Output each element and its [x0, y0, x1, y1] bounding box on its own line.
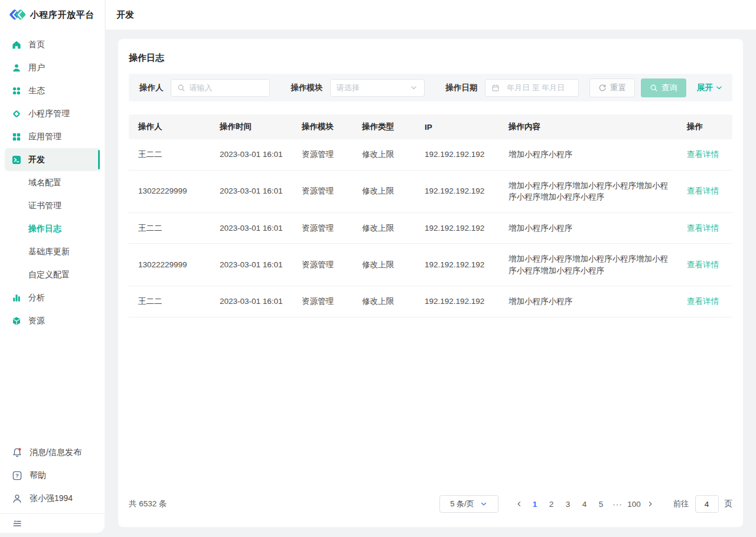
- sidebar-item-help[interactable]: ? 帮助: [0, 464, 105, 487]
- page-title: 开发: [116, 9, 134, 21]
- goto-page-input[interactable]: [695, 495, 719, 513]
- brand-logo-icon: [9, 7, 27, 22]
- filter-bar: 操作人 操作模块 请选择 操作日期: [129, 74, 732, 101]
- query-button[interactable]: 查询: [641, 78, 686, 97]
- table-row: 王二二 2023-03-01 16:01 资源管理 修改上限 192.192.1…: [129, 286, 732, 317]
- view-detail-link[interactable]: 查看详情: [687, 296, 719, 307]
- table-row: 13022229999 2023-03-01 16:01 资源管理 修改上限 1…: [129, 244, 732, 286]
- refresh-icon: [598, 84, 607, 92]
- chevron-left-icon: [516, 500, 523, 507]
- goto-label: 前往: [673, 499, 689, 509]
- brand: 小程序开放平台: [0, 0, 105, 30]
- operator-input-box[interactable]: [171, 79, 270, 97]
- operator-input[interactable]: [190, 83, 263, 92]
- sidebar-item-resource[interactable]: 资源: [0, 309, 105, 332]
- chevron-down-icon: [480, 500, 487, 507]
- sidebar-item-users[interactable]: 用户: [0, 56, 105, 79]
- collapse-menu-icon[interactable]: [12, 518, 22, 529]
- more-pages-button[interactable]: ···: [610, 500, 626, 509]
- sidebar-subitem-custom-config[interactable]: 自定义配置: [0, 263, 105, 286]
- sidebar-item-miniapp-management[interactable]: 小程序管理: [0, 102, 105, 125]
- date-range-input[interactable]: 年月日 至 年月日: [485, 79, 579, 97]
- panel-title: 操作日志: [118, 39, 743, 74]
- filter-actions: 重置 查询 展开: [589, 78, 723, 97]
- bell-icon: [12, 447, 22, 458]
- sidebar-subitem-base-lib-update[interactable]: 基础库更新: [0, 240, 105, 263]
- user-icon: [12, 63, 21, 73]
- diamond-icon: [12, 109, 21, 119]
- pagination: 共 6532 条 5 条/页 1 2 3 4 5 ···: [118, 495, 743, 527]
- filter-module: 操作模块 请选择: [291, 79, 425, 97]
- page-number-1[interactable]: 1: [527, 500, 543, 509]
- page-number-3[interactable]: 3: [560, 500, 576, 509]
- sidebar-nav: 首页 用户 生态 小程序管理: [0, 30, 105, 332]
- sidebar-item-analysis[interactable]: 分析: [0, 286, 105, 309]
- eco-icon: [12, 86, 21, 96]
- expand-toggle[interactable]: 展开: [697, 83, 723, 93]
- reset-button[interactable]: 重置: [589, 78, 635, 97]
- search-icon: [650, 84, 658, 92]
- sidebar-footer: 消息/信息发布 ? 帮助 张小强1994: [0, 441, 105, 533]
- chevron-down-icon: [715, 84, 723, 91]
- page-size-select[interactable]: 5 条/页: [439, 495, 498, 513]
- profile-icon: [12, 493, 22, 504]
- page-number-4[interactable]: 4: [576, 500, 593, 509]
- question-icon: ?: [12, 470, 22, 481]
- view-detail-link[interactable]: 查看详情: [687, 149, 719, 161]
- main-panel: 操作日志 操作人 操作模块 请选择: [118, 39, 743, 527]
- page-number-5[interactable]: 5: [593, 500, 610, 509]
- svg-text:?: ?: [15, 472, 19, 479]
- view-detail-link[interactable]: 查看详情: [687, 259, 719, 271]
- cube-icon: [12, 316, 21, 326]
- sidebar-item-profile[interactable]: 张小强1994: [0, 487, 105, 510]
- sidebar-item-app-management[interactable]: 应用管理: [0, 125, 105, 148]
- filter-operator: 操作人: [139, 79, 270, 97]
- sidebar-subitem-cert-management[interactable]: 证书管理: [0, 194, 105, 217]
- module-label: 操作模块: [291, 83, 323, 93]
- table-header-row: 操作人 操作时间 操作模块 操作类型 IP 操作内容 操作: [129, 114, 732, 139]
- sidebar-item-home[interactable]: 首页: [0, 33, 105, 56]
- operator-label: 操作人: [139, 83, 164, 93]
- sidebar-item-messages[interactable]: 消息/信息发布: [0, 441, 105, 464]
- bar-chart-icon: [12, 293, 21, 303]
- table-body: 王二二 2023-03-01 16:01 资源管理 修改上限 192.192.1…: [129, 139, 732, 317]
- page-number-2[interactable]: 2: [543, 500, 560, 509]
- view-detail-link[interactable]: 查看详情: [687, 222, 719, 234]
- table-row: 王二二 2023-03-01 16:01 资源管理 修改上限 192.192.1…: [129, 139, 732, 171]
- page-number-100[interactable]: 100: [626, 500, 643, 509]
- module-select[interactable]: 请选择: [330, 79, 425, 97]
- date-label: 操作日期: [446, 83, 478, 93]
- chevron-right-icon: [647, 500, 654, 507]
- sidebar-item-eco[interactable]: 生态: [0, 79, 105, 102]
- sidebar-subitem-operation-log[interactable]: 操作日志: [0, 217, 105, 240]
- sidebar: 小程序开放平台 首页 用户 生态: [0, 0, 105, 533]
- prev-page-button[interactable]: [511, 500, 527, 507]
- sidebar-subitem-domain-config[interactable]: 域名配置: [0, 171, 105, 194]
- pager: 5 条/页 1 2 3 4 5 ··· 100: [439, 495, 733, 513]
- next-page-button[interactable]: [643, 500, 658, 507]
- terminal-icon: [12, 155, 21, 165]
- brand-title: 小程序开放平台: [30, 9, 94, 21]
- sidebar-collapse-row: [0, 513, 105, 533]
- log-table: 操作人 操作时间 操作模块 操作类型 IP 操作内容 操作 王二二 2023-0…: [129, 114, 732, 317]
- grid-icon: [12, 132, 21, 142]
- calendar-icon: [491, 84, 500, 92]
- view-detail-link[interactable]: 查看详情: [687, 185, 719, 197]
- goto-suffix: 页: [725, 499, 733, 509]
- topbar: 开发: [106, 0, 756, 30]
- total-count: 共 6532 条: [129, 499, 167, 509]
- search-icon: [177, 84, 185, 92]
- filter-date: 操作日期 年月日 至 年月日: [446, 79, 579, 97]
- home-icon: [12, 40, 21, 50]
- sidebar-item-dev[interactable]: 开发: [5, 148, 100, 171]
- table-row: 13022229999 2023-03-01 16:01 资源管理 修改上限 1…: [129, 171, 732, 213]
- table-row: 王二二 2023-03-01 16:01 资源管理 修改上限 192.192.1…: [129, 213, 732, 244]
- chevron-down-icon: [410, 84, 418, 92]
